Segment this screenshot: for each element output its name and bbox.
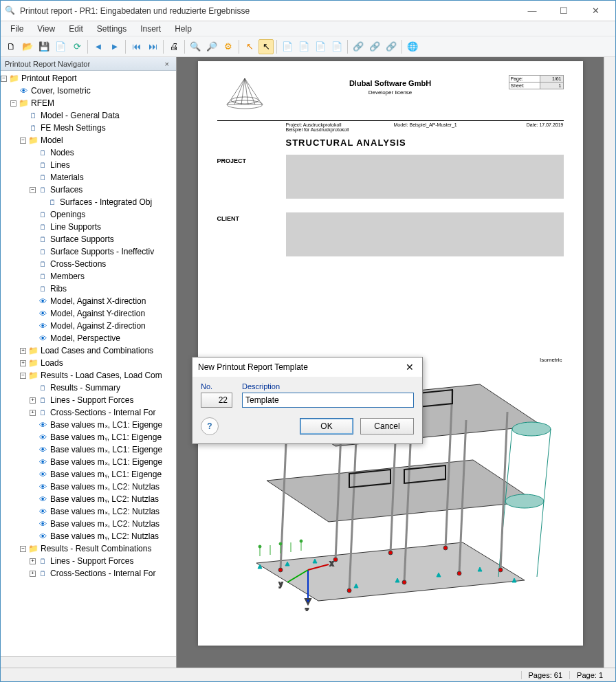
tree-item[interactable]: Base values mₓ, LC1: Eigenge [50,420,162,430]
page1-icon[interactable]: 📄 [280,39,295,54]
expand-icon[interactable]: + [30,558,36,564]
link1-icon[interactable]: 🔗 [351,39,366,54]
tree-item[interactable]: Lines - Support Forces [50,395,133,405]
preview-vscroll[interactable] [604,57,615,668]
tree-item[interactable]: Base values mᵧ, LC2: Nutzlas [50,494,159,504]
globe-icon[interactable]: 🌐 [405,39,420,54]
tree-item[interactable]: Loads [41,358,63,368]
cursor-icon[interactable]: ↖ [258,39,274,54]
page2-icon[interactable]: 📄 [296,39,311,54]
expand-icon[interactable]: − [20,138,26,144]
print-icon[interactable]: 🖨 [166,39,182,54]
help-icon[interactable]: ? [201,417,219,435]
navigator-tree[interactable]: −Printout Report Cover, Isometric −RFEM … [1,71,176,656]
menu-file[interactable]: File [5,23,29,35]
link3-icon[interactable]: 🔗 [384,39,399,54]
expand-icon[interactable]: − [10,100,16,107]
menu-settings[interactable]: Settings [91,23,132,35]
first-icon[interactable]: ⏮ [129,39,144,54]
tree-item[interactable]: Results - Result Combinations [41,544,151,553]
tree-item[interactable]: Materials [50,173,84,182]
tree-item[interactable]: Cross-Sections [50,259,106,269]
expand-icon[interactable]: + [20,348,26,354]
tree-item[interactable]: Model - General Data [41,111,120,120]
page-info: Page:1/61 Sheet:1 [509,75,564,89]
description-input[interactable] [242,393,414,408]
tree-item[interactable]: Members [50,272,85,281]
menu-edit[interactable]: Edit [63,23,89,35]
zoom-in-icon[interactable]: 🔍 [188,39,203,54]
maximize-button[interactable]: ☐ [548,1,580,21]
tree-item[interactable]: Base values mₓ, LC1: Eigenge [50,445,162,454]
tree-root[interactable]: Printout Report [21,74,77,83]
doc-icon [37,160,48,170]
export-icon[interactable]: 📄 [53,39,68,54]
tree-item[interactable]: Openings [50,210,85,219]
tree-item[interactable]: RFEM [31,98,54,108]
tree-item[interactable]: Load Cases and Combinations [41,346,153,355]
tree-item[interactable]: Cross-Sections - Internal For [50,569,155,578]
tree-item[interactable]: Results - Summary [50,383,120,393]
new-icon[interactable]: 🗋 [3,39,19,54]
ok-button[interactable]: OK [300,418,353,434]
expand-icon[interactable]: + [30,397,36,404]
tree-item[interactable]: Model, Perspective [50,333,120,343]
tree-item[interactable]: Model [41,135,63,145]
tree-item[interactable]: Base values mₓ, LC2: Nutzlas [50,507,160,516]
tree-item[interactable]: Base values mᵧ, LC1: Eigenge [50,432,162,442]
tree-item[interactable]: Line Supports [50,222,101,232]
menu-view[interactable]: View [32,23,60,35]
tree-item[interactable]: Lines - Support Forces [50,556,133,566]
tree-item[interactable]: Cross-Sections - Internal For [50,408,155,417]
folder-icon [28,358,38,368]
dialog-close-icon[interactable]: ✕ [403,362,417,373]
zoom-settings-icon[interactable]: ⚙ [221,39,236,54]
tree-item[interactable]: Cover, Isometric [31,86,91,96]
nav-hscroll[interactable] [1,656,176,668]
link2-icon[interactable]: 🔗 [367,39,382,54]
last-icon[interactable]: ⏭ [145,39,160,54]
tree-item[interactable]: Surface Supports - Ineffectiv [50,247,154,256]
menu-insert[interactable]: Insert [135,23,166,35]
next-icon[interactable]: ► [107,39,122,54]
tree-item[interactable]: Base values mₓ, LC1: Eigenge [50,457,162,467]
zoom-out-icon[interactable]: 🔎 [204,39,219,54]
tree-item[interactable]: Ribs [50,284,67,294]
tree-item[interactable]: Model, Against Y-direction [50,309,145,318]
tree-item[interactable]: Surface Supports [50,234,114,244]
tree-item[interactable]: FE Mesh Settings [41,123,106,133]
tree-item[interactable]: Base values mᵧ, LC1: Eigenge [50,470,162,479]
expand-icon[interactable]: − [1,76,7,82]
select-icon[interactable]: ↖ [242,39,257,54]
expand-icon[interactable]: − [20,373,26,379]
tree-item[interactable]: Surfaces [50,185,82,195]
cancel-button[interactable]: Cancel [360,418,414,434]
refresh-icon[interactable]: ⟳ [69,39,85,54]
prev-icon[interactable]: ◄ [91,39,106,54]
expand-icon[interactable]: − [20,546,26,552]
tree-item[interactable]: Surfaces - Integrated Obj [60,197,152,207]
tree-item[interactable]: Results - Load Cases, Load Com [41,371,162,380]
folder-icon [18,98,29,109]
expand-icon[interactable]: − [30,187,36,193]
page4-icon[interactable]: 📄 [329,39,344,54]
page3-icon[interactable]: 📄 [313,39,328,54]
menu-help[interactable]: Help [169,23,197,35]
tree-item[interactable]: Model, Against X-direction [50,296,146,306]
tree-item[interactable]: Base values mₓ, LC2: Nutzlas [50,482,160,492]
open-icon[interactable]: 📂 [20,39,35,54]
expand-icon[interactable]: + [30,571,36,577]
tree-item[interactable]: Lines [50,160,70,170]
tree-item[interactable]: Nodes [50,148,74,157]
eye-icon [37,296,48,307]
expand-icon[interactable]: + [30,410,36,416]
close-button[interactable]: ✕ [580,1,611,21]
save-icon[interactable]: 💾 [36,39,52,54]
minimize-button[interactable]: — [516,1,548,21]
navigator-close-icon[interactable]: × [162,60,172,68]
tree-item[interactable]: Base values mᵧ, LC2: Nutzlas [50,531,159,541]
tree-item[interactable]: Model, Against Z-direction [50,321,146,331]
expand-icon[interactable]: + [20,360,26,366]
tree-item[interactable]: Base values mₓ, LC2: Nutzlas [50,519,160,529]
no-input[interactable] [201,393,232,408]
